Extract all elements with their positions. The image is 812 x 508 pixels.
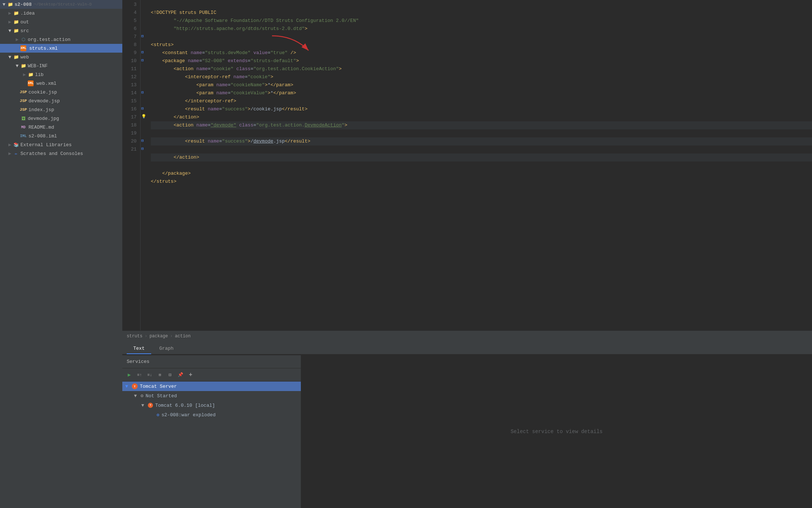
war-icon: ⚙ [157,412,159,418]
external-libs-icon: 📚 [13,142,19,148]
gear-icon: ⚙ [141,393,143,399]
breadcrumb-package[interactable]: package [149,334,168,339]
sidebar-item-label: struts.xml [29,46,58,51]
collapse-icon: ▼ [125,384,131,389]
collapse-icon: ▼ [134,393,140,399]
filter-button[interactable]: ⊟ [166,371,174,379]
sidebar-item-external-libs[interactable]: ▶ 📚 External Libraries [0,140,122,149]
services-sidebar: Services ▶ ≡↑ ≡↓ ⊞ ⊟ 📌 + [122,355,301,508]
folder-icon: 📁 [13,19,19,25]
sidebar-item-label: cookie.jsp [28,90,57,95]
services-title: Services [127,359,149,364]
collapse-icon: ▼ [7,54,12,60]
breadcrumb-sep-2: › [170,334,173,339]
expand-icon: ▶ [7,19,12,24]
not-started-label: Not Started [146,393,177,399]
war-label: s2-008:war exploded [161,412,215,418]
editor-area: 3 4 5 6 7 8 9 10 11 12 13 14 15 16 [122,0,812,355]
sidebar-item-out[interactable]: ▶ 📁 out [0,18,122,26]
jsp-file-icon: JSP [20,107,26,113]
breadcrumb-bar: struts › package › action [122,330,812,341]
collapse-icon: ▼ [7,28,12,33]
image-file-icon: 🖼 [20,115,26,121]
services-detail-panel: Select service to view details [301,355,812,508]
collapse-icon: ▼ [15,63,20,68]
services-header: Services [122,355,301,368]
sidebar-item-cookie-jsp[interactable]: ▶ JSP cookie.jsp [0,88,122,96]
collapse-icon: ▼ [141,403,147,408]
sidebar-item-label: devmode.jpg [28,116,59,121]
services-content: ▼ T Tomcat Server ▼ ⚙ Not Started ▼ [122,382,301,508]
project-folder-icon: 📁 [7,1,13,7]
sidebar-item-label: .idea [20,11,35,16]
folder-icon: 📁 [13,10,19,16]
sidebar-item-devmode-jsp[interactable]: ▶ JSP devmode.jsp [0,96,122,105]
folder-icon: 📁 [13,54,19,60]
jsp-file-icon: JSP [20,98,26,104]
sidebar-item-index-jsp[interactable]: ▶ JSP index.jsp [0,105,122,114]
sidebar-item-label: out [20,19,29,25]
services-layout: Services ▶ ≡↑ ≡↓ ⊞ ⊟ 📌 + [122,355,812,508]
sidebar-item-label: index.jsp [28,107,54,113]
editor-content[interactable]: 3 4 5 6 7 8 9 10 11 12 13 14 15 16 [122,0,812,330]
expand-icon: ▶ [7,151,12,156]
service-item-tomcat-server[interactable]: ▼ T Tomcat Server [122,382,301,391]
sidebar-item-label: src [20,28,29,34]
sidebar-item-label: org.test.action [28,37,70,42]
services-toolbar: ▶ ≡↑ ≡↓ ⊞ ⊟ 📌 + [122,368,301,382]
service-item-war[interactable]: ⚙ s2-008:war exploded [122,410,301,420]
tomcat-icon: T [148,403,153,408]
main-layout: ▼ 📁 s2-008 ~/Desktop/Struts2-Vuln-D ▶ 📁 … [0,0,812,508]
md-file-icon: MD [20,124,26,130]
expand-icon: ▶ [7,142,12,147]
sidebar-item-label: lib [35,72,43,77]
xml-file-icon: XML [20,45,26,51]
breadcrumb-struts[interactable]: struts [127,334,142,339]
sidebar-item-label: web.xml [37,81,57,86]
sidebar-item-label: README.md [28,125,54,130]
service-item-not-started[interactable]: ▼ ⚙ Not Started [122,391,301,401]
gutter: ⊟ ⊟ ⊟ ⊟ ⊟ 💡 ⊟ ⊟ [141,0,148,330]
sidebar-item-label: Scratches and Consoles [20,151,83,156]
sidebar-item-iml[interactable]: ▶ IML s2-008.iml [0,132,122,140]
xml-file-icon: XML [28,80,34,86]
line-numbers: 3 4 5 6 7 8 9 10 11 12 13 14 15 16 [122,0,141,330]
sidebar-item-struts-xml[interactable]: ▶ XML struts.xml [0,44,122,53]
sidebar-item-src[interactable]: ▼ 📁 src [0,26,122,35]
sidebar-item-web[interactable]: ▼ 📁 web [0,53,122,61]
tab-graph[interactable]: Graph [153,344,180,354]
file-tree-sidebar: ▼ 📁 s2-008 ~/Desktop/Struts2-Vuln-D ▶ 📁 … [0,0,122,508]
stop-all-button[interactable]: ≡↑ [135,371,143,379]
sidebar-item-webinf[interactable]: ▼ 📁 WEB-INF [0,61,122,70]
sidebar-item-root[interactable]: ▼ 📁 s2-008 ~/Desktop/Struts2-Vuln-D [0,0,122,9]
sidebar-item-web-xml[interactable]: ▶ XML web.xml [0,79,122,88]
sidebar-item-org-test-action[interactable]: ▶ ⬡ org.test.action [0,35,122,44]
folder-icon: 📁 [20,63,26,69]
bottom-panel: Services ▶ ≡↑ ≡↓ ⊞ ⊟ 📌 + [122,355,812,508]
sidebar-root-path: ~/Desktop/Struts2-Vuln-D [34,2,92,7]
services-detail-text: Select service to view details [510,429,602,435]
pin-button[interactable]: 📌 [176,371,184,379]
tomcat-instance-label: Tomcat 6.0.10 [local] [155,403,215,408]
service-item-tomcat-instance[interactable]: ▼ T Tomcat 6.0.10 [local] [122,401,301,410]
code-lines[interactable]: <!DOCTYPE struts PUBLIC "-//Apache Softw… [148,0,812,330]
sidebar-item-readme[interactable]: ▶ MD README.md [0,123,122,132]
view-tabs-bar: Text Graph [122,341,812,355]
sidebar-root-label: s2-008 [15,2,32,7]
sidebar-item-label: s2-008.iml [28,133,57,139]
collapse-icon: ▼ [1,2,7,7]
folder-icon: 📁 [13,28,19,34]
group-button[interactable]: ⊞ [156,371,164,379]
sidebar-item-scratches[interactable]: ▶ ✏ Scratches and Consoles [0,149,122,158]
add-button[interactable]: + [187,371,195,379]
iml-file-icon: IML [20,133,26,139]
sidebar-item-devmode-jpg[interactable]: ▶ 🖼 devmode.jpg [0,114,122,123]
code-area: 3 4 5 6 7 8 9 10 11 12 13 14 15 16 [122,0,812,330]
run-button[interactable]: ▶ [125,371,133,379]
sidebar-item-idea[interactable]: ▶ 📁 .idea [0,9,122,18]
breadcrumb-action[interactable]: action [175,334,191,339]
tab-text[interactable]: Text [127,344,151,354]
sidebar-item-lib[interactable]: ▶ 📁 lib [0,70,122,79]
collapse-all-button[interactable]: ≡↓ [146,371,154,379]
sidebar-item-label: External Libraries [20,142,72,148]
